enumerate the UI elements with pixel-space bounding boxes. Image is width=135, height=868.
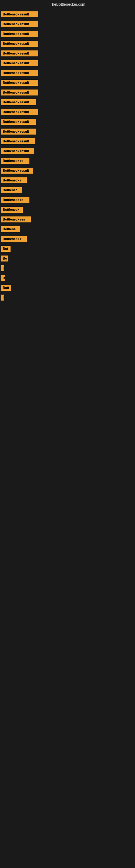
list-item: Bottleneck result xyxy=(1,138,135,145)
list-item: Bottleneck re xyxy=(1,158,135,165)
bottleneck-bar: Bottlenec xyxy=(1,187,22,193)
list-item: Bottleneck re xyxy=(1,197,135,204)
bottleneck-bar: Bottleneck result xyxy=(1,90,38,95)
list-item: Bottleneck result xyxy=(1,129,135,135)
list-item: Bottleneck r xyxy=(1,177,135,184)
list-item: | xyxy=(1,294,135,302)
list-item: | xyxy=(1,265,135,272)
bottleneck-bar: Bottleneck result xyxy=(1,99,36,105)
bottleneck-bar: Bott xyxy=(1,285,11,291)
bottleneck-bar: Bo xyxy=(1,255,8,261)
bottleneck-bar: Bottleneck result xyxy=(1,138,35,144)
bottleneck-bar: Bottleneck result xyxy=(1,167,33,174)
list-item: Bottleneck result xyxy=(1,80,135,87)
bars-container: Bottleneck resultBottleneck resultBottle… xyxy=(0,11,135,302)
list-item: Bottleneck result xyxy=(1,99,135,106)
site-title-text: TheBottlenecker.com xyxy=(50,2,85,6)
bottleneck-bar: Bottleneck result xyxy=(1,148,34,154)
bottleneck-bar: Bottleneck result xyxy=(1,109,38,115)
list-item: Bottleneck result xyxy=(1,60,135,67)
list-item: Bottlene xyxy=(1,226,135,233)
list-item: Bo xyxy=(1,255,135,262)
list-item: Bot xyxy=(1,246,135,253)
bottleneck-bar: Bottleneck result xyxy=(1,51,38,56)
bottleneck-bar: | xyxy=(1,265,4,271)
list-item: Bottleneck result xyxy=(1,41,135,48)
list-item: B xyxy=(1,275,135,282)
bottleneck-bar: Bottleneck r xyxy=(1,236,27,242)
list-item: Bottleneck xyxy=(1,207,135,214)
list-item: Bottleneck result xyxy=(1,90,135,97)
list-item: Bottleneck result xyxy=(1,167,135,175)
site-title: TheBottlenecker.com xyxy=(0,0,135,9)
bottleneck-bar: Bottleneck r xyxy=(1,177,27,183)
bottleneck-bar: Bottleneck result xyxy=(1,70,38,76)
list-item: Bottleneck result xyxy=(1,11,135,19)
bottleneck-bar: Bottleneck result xyxy=(1,119,36,125)
bottleneck-bar: Bottleneck result xyxy=(1,41,38,46)
bottleneck-bar: Bottleneck res xyxy=(1,216,31,222)
bottleneck-bar: Bottleneck re xyxy=(1,158,30,164)
list-item: Bottleneck result xyxy=(1,70,135,77)
list-item: Bottleneck result xyxy=(1,119,135,126)
bottleneck-bar: Bottlene xyxy=(1,226,20,232)
bottleneck-bar: Bot xyxy=(1,246,10,252)
bottleneck-bar: Bottleneck result xyxy=(1,80,38,86)
bottleneck-bar: Bottleneck xyxy=(1,207,23,213)
list-item: Bottleneck result xyxy=(1,31,135,38)
list-item: Bottleneck result xyxy=(1,21,135,28)
bottleneck-bar: Bottleneck result xyxy=(1,60,38,66)
list-item: Bottleneck r xyxy=(1,236,135,243)
list-item: Bottleneck res xyxy=(1,216,135,223)
list-item: Bottleneck result xyxy=(1,51,135,58)
list-item: Bottleneck result xyxy=(1,109,135,116)
bottleneck-bar: Bottleneck re xyxy=(1,197,30,203)
bottleneck-bar: Bottleneck result xyxy=(1,31,38,37)
bottleneck-bar: Bottleneck result xyxy=(1,21,38,27)
bottleneck-bar: Bottleneck result xyxy=(1,11,38,18)
list-item: Bottleneck result xyxy=(1,148,135,155)
bottleneck-bar: B xyxy=(1,275,5,281)
list-item: Bottlenec xyxy=(1,187,135,194)
bottleneck-bar: | xyxy=(1,294,4,301)
bottleneck-bar: Bottleneck result xyxy=(1,129,36,134)
list-item: Bott xyxy=(1,285,135,292)
